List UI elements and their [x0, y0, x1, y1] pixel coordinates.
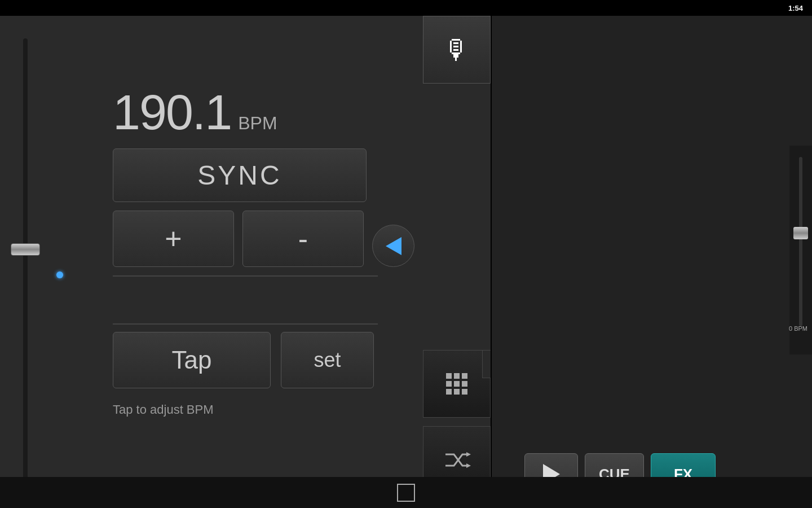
status-bar: 1:54 [0, 0, 812, 16]
tap-button-label: Tap [172, 346, 212, 374]
bpm-value: 190.1 [113, 84, 231, 141]
separator-1 [113, 275, 378, 277]
pitch-bpm-label: 0 BPM [789, 325, 807, 332]
pitch-slider-thumb[interactable] [793, 227, 808, 239]
reverse-button[interactable] [372, 225, 414, 267]
tap-button[interactable]: Tap [113, 332, 271, 388]
bpm-display: 190.1 BPM [113, 84, 277, 141]
shuffle-icon [443, 449, 471, 471]
mic-button[interactable]: 🎙 [423, 16, 491, 84]
bottom-nav [0, 477, 812, 508]
left-panel: 190.1 BPM SYNC + - Tap set Tap to adjust… [0, 16, 491, 508]
bpm-unit: BPM [238, 113, 277, 134]
plus-icon: + [165, 222, 182, 256]
pitch-slider-track [799, 157, 802, 326]
pitch-fader-container [8, 38, 42, 479]
sync-button-label: SYNC [197, 160, 281, 191]
bpm-hint-text: Tap to adjust BPM [113, 402, 214, 417]
slider-indicator [56, 271, 63, 278]
svg-marker-0 [466, 452, 471, 457]
set-button-label: set [314, 348, 341, 372]
pitch-slider-container: 0 BPM [789, 146, 812, 354]
minus-icon: - [298, 222, 308, 256]
svg-marker-1 [466, 463, 471, 468]
mic-icon: 🎙 [443, 34, 470, 65]
sync-button[interactable]: SYNC [113, 148, 367, 202]
bpm-minus-button[interactable]: - [242, 211, 364, 267]
pitch-fader-thumb[interactable] [11, 243, 40, 256]
status-time: 1:54 [788, 4, 803, 12]
nav-square-icon[interactable] [397, 484, 415, 502]
grid-button[interactable] [423, 350, 491, 418]
separator-2 [113, 323, 378, 325]
reverse-icon [386, 237, 401, 255]
right-panel: Disc B -3:25 -5:00 [491, 16, 812, 508]
bpm-plus-button[interactable]: + [113, 211, 234, 267]
pitch-fader-track [23, 38, 28, 479]
panel-divider [491, 16, 492, 508]
set-button[interactable]: set [281, 332, 374, 388]
grid-icon [446, 373, 467, 395]
